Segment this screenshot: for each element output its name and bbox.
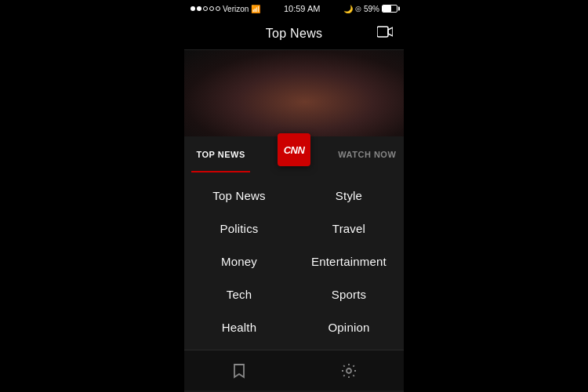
menu-label-money: Money	[221, 255, 257, 268]
menu-label-sports: Sports	[332, 288, 367, 301]
menu-item-entertainment[interactable]: Entertainment	[294, 245, 404, 278]
cnn-logo[interactable]: CNN	[278, 133, 310, 166]
video-button[interactable]	[377, 26, 393, 42]
menu-item-top-news[interactable]: Top News	[184, 179, 294, 212]
signal-dot-2	[197, 6, 201, 11]
tab-bar: TOP NEWS CNN WATCH NOW	[184, 136, 404, 172]
menu-label-style: Style	[336, 189, 362, 202]
menu-label-entertainment: Entertainment	[311, 255, 387, 268]
menu-label-opinion: Opinion	[328, 321, 369, 334]
tab-watch-now-label: WATCH NOW	[338, 150, 396, 159]
menu-item-style[interactable]: Style	[294, 179, 404, 212]
menu-label-tech: Tech	[227, 288, 252, 301]
tab-top-news-label: TOP NEWS	[197, 150, 245, 159]
menu-label-health: Health	[222, 321, 257, 334]
menu-item-politics[interactable]: Politics	[184, 212, 294, 245]
menu-grid: Top News Style Politics Travel Money Ent…	[184, 172, 404, 350]
menu-item-travel[interactable]: Travel	[294, 212, 404, 245]
status-left: Verizon 📶	[191, 5, 260, 13]
page-title: Top News	[266, 27, 323, 41]
menu-label-politics: Politics	[220, 222, 258, 235]
battery-icon	[382, 5, 397, 13]
status-bar: Verizon 📶 10:59 AM 🌙 ◎ 59%	[184, 0, 404, 17]
menu-item-tech[interactable]: Tech	[184, 278, 294, 310]
wifi-icon: 📶	[251, 5, 260, 13]
svg-rect-0	[377, 27, 388, 37]
battery-percent: 59%	[364, 5, 379, 13]
signal-dot-3	[203, 6, 208, 11]
bottom-bar	[184, 350, 404, 390]
hero-image	[184, 50, 404, 136]
menu-item-money[interactable]: Money	[184, 245, 294, 278]
svg-point-2	[347, 368, 351, 373]
phone-shell: Verizon 📶 10:59 AM 🌙 ◎ 59% Top News	[184, 0, 404, 392]
status-time: 10:59 AM	[284, 4, 320, 13]
tab-watch-now[interactable]: WATCH NOW	[331, 136, 404, 172]
signal-dot-1	[191, 6, 195, 11]
menu-label-top-news: Top News	[212, 189, 265, 202]
signal-strength	[191, 6, 220, 11]
carrier-label: Verizon	[223, 5, 249, 13]
menu-item-sports[interactable]: Sports	[294, 278, 404, 310]
settings-button[interactable]	[332, 354, 366, 388]
menu-item-health[interactable]: Health	[184, 310, 294, 343]
menu-item-opinion[interactable]: Opinion	[294, 310, 404, 343]
location-icon: ◎	[355, 5, 361, 13]
tab-top-news[interactable]: TOP NEWS	[184, 136, 257, 172]
nav-bar: Top News	[184, 17, 404, 50]
cnn-logo-text: CNN	[284, 144, 305, 156]
tab-cnn-logo[interactable]: CNN	[257, 136, 330, 172]
moon-icon: 🌙	[343, 5, 353, 13]
status-right: 🌙 ◎ 59%	[343, 5, 397, 13]
bookmark-button[interactable]	[222, 354, 256, 388]
svg-marker-1	[388, 27, 393, 36]
signal-dot-5	[216, 6, 220, 11]
menu-label-travel: Travel	[332, 222, 365, 235]
signal-dot-4	[209, 6, 214, 11]
